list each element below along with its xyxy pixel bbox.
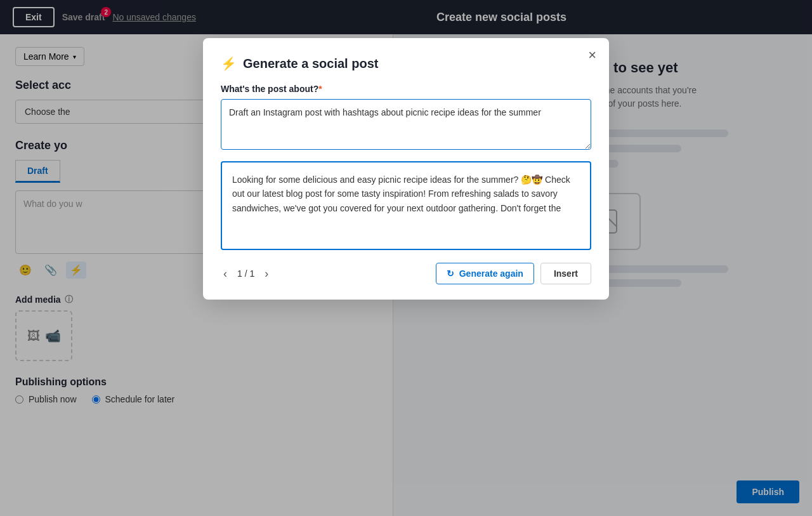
- pagination: ‹ 1 / 1 ›: [221, 265, 271, 283]
- modal-footer: ‹ 1 / 1 › ↻ Generate again Insert: [221, 263, 591, 284]
- required-mark: *: [318, 84, 322, 94]
- prev-page-button[interactable]: ‹: [221, 265, 230, 283]
- generate-again-button[interactable]: ↻ Generate again: [436, 263, 534, 284]
- field-label: What's the post about?*: [221, 84, 591, 94]
- modal-header: ⚡ Generate a social post: [221, 56, 591, 71]
- modal-title: Generate a social post: [243, 56, 378, 71]
- generate-post-modal: ⚡ Generate a social post × What's the po…: [203, 38, 609, 300]
- page-indicator: 1 / 1: [237, 268, 254, 279]
- next-page-button[interactable]: ›: [262, 265, 271, 283]
- lightning-icon: ⚡: [221, 56, 237, 71]
- modal-actions: ↻ Generate again Insert: [436, 263, 591, 284]
- insert-button[interactable]: Insert: [540, 263, 591, 284]
- prompt-textarea[interactable]: Draft an Instagram post with hashtags ab…: [221, 99, 591, 150]
- generated-text-box: Looking for some delicious and easy picn…: [221, 161, 591, 250]
- generate-again-label: Generate again: [459, 268, 523, 279]
- modal-overlay: ⚡ Generate a social post × What's the po…: [0, 0, 812, 516]
- refresh-icon: ↻: [447, 268, 454, 279]
- modal-close-button[interactable]: ×: [588, 48, 596, 62]
